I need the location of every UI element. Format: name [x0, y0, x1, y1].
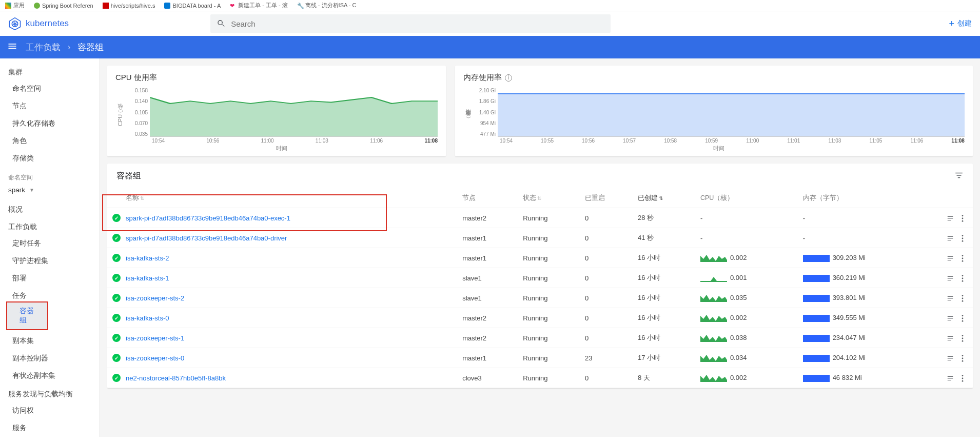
search-box[interactable]: [210, 14, 611, 33]
app-topbar: kubernetes + 创建: [0, 11, 980, 36]
sidebar-item-rc[interactable]: 副本控制器: [0, 350, 100, 367]
sidebar-item-daemonsets[interactable]: 守护进程集: [0, 252, 100, 270]
pod-link[interactable]: isa-zookeeper-sts-1: [126, 334, 184, 342]
cell-restarts: 0: [581, 248, 634, 268]
svg-point-26: [962, 320, 964, 322]
cell-node: clove3: [458, 368, 519, 388]
svg-point-30: [962, 355, 964, 356]
sidebar-group-discovery: 服务发现与负载均衡: [0, 385, 100, 402]
cell-status: Running: [519, 248, 581, 268]
browser-tab[interactable]: 应用: [13, 2, 25, 9]
status-ok-icon: [112, 214, 121, 222]
sidebar-item-replicasets[interactable]: 副本集: [0, 332, 100, 350]
namespace-select[interactable]: spark ▼: [0, 184, 100, 200]
browser-tab[interactable]: 新建工单 - 工单 - 滚: [238, 2, 288, 9]
sidebar-item-ingress[interactable]: 访问权: [0, 402, 100, 419]
svg-point-11: [962, 220, 964, 222]
browser-tab[interactable]: 离线 - 流分析ISA - C: [305, 2, 357, 9]
info-icon[interactable]: i: [505, 74, 512, 82]
table-row: spark-pi-d7adf38bd86733c9be918edb46a74ba…: [107, 208, 973, 228]
logs-icon[interactable]: [946, 374, 954, 382]
more-icon[interactable]: [962, 254, 964, 262]
sidebar-group-overview[interactable]: 概况: [0, 200, 100, 217]
breadcrumb-parent[interactable]: 工作负载: [26, 42, 61, 53]
table-row: isa-zookeeper-sts-0master1Running2317 小时…: [107, 348, 973, 368]
sidebar-item-pods[interactable]: 容器组: [7, 302, 47, 329]
filter-icon[interactable]: [954, 171, 964, 181]
sidebar-item-roles[interactable]: 角色: [0, 132, 100, 150]
mem-xticks: 10:54 10:55 10:56 10:57 10:58 10:59 11:0…: [473, 137, 965, 144]
cell-created: 41 秒: [634, 228, 696, 248]
sidebar-item-nodes[interactable]: 节点: [0, 97, 100, 115]
search-input[interactable]: [231, 19, 604, 28]
logs-icon[interactable]: [946, 354, 954, 362]
cell-cpu: -: [696, 228, 799, 248]
cell-created: 16 小时: [634, 288, 696, 308]
more-icon[interactable]: [962, 214, 964, 222]
logs-icon[interactable]: [946, 234, 954, 242]
sidebar-item-deployments[interactable]: 部署: [0, 270, 100, 287]
th-restarts[interactable]: 已重启: [581, 189, 634, 208]
menu-icon[interactable]: [7, 41, 18, 54]
cell-restarts: 0: [581, 368, 634, 388]
more-icon[interactable]: [962, 294, 964, 302]
svg-point-10: [962, 217, 964, 219]
cell-cpu: -: [696, 208, 799, 228]
svg-point-9: [962, 215, 964, 216]
svg-line-8: [12, 23, 15, 24]
cell-created: 8 天: [634, 368, 696, 388]
logs-icon[interactable]: [946, 214, 954, 222]
sidebar-item-namespaces[interactable]: 命名空间: [0, 80, 100, 97]
svg-point-25: [962, 317, 964, 319]
pod-link[interactable]: ne2-nostorceal-857hb0e5ff-8a8bk: [126, 374, 226, 382]
cell-restarts: 0: [581, 308, 634, 328]
sidebar: 集群 命名空间 节点 持久化存储卷 角色 存储类 命名空间 spark ▼ 概况…: [0, 58, 100, 437]
th-mem[interactable]: 内存（字节）: [799, 189, 932, 208]
th-cpu[interactable]: CPU（核）: [696, 189, 799, 208]
logs-icon[interactable]: [946, 274, 954, 282]
pod-link[interactable]: isa-kafka-sts-1: [126, 274, 169, 282]
cell-mem: 204.102 Mi: [799, 348, 932, 368]
sidebar-item-pv[interactable]: 持久化存储卷: [0, 115, 100, 132]
th-status[interactable]: 状态⇅: [519, 189, 581, 208]
browser-tab[interactable]: hive/scripts/hive.s: [111, 3, 155, 9]
more-icon[interactable]: [962, 234, 964, 242]
sidebar-item-storageclass[interactable]: 存储类: [0, 150, 100, 167]
more-icon[interactable]: [962, 334, 964, 342]
pod-link[interactable]: isa-zookeeper-sts-2: [126, 294, 184, 302]
browser-tabs: 应用 Spring Boot Referen hive/scripts/hive…: [0, 0, 980, 11]
mem-ylabel: 内存（字节）: [463, 88, 473, 152]
pod-link[interactable]: isa-zookeeper-sts-0: [126, 354, 184, 362]
brand-text: kubernetes: [26, 18, 69, 29]
pod-link[interactable]: spark-pi-d7adf38bd86733c9be918edb46a74ba…: [126, 214, 290, 222]
cpu-xticks: 10:54 10:56 11:00 11:03 11:06 11:08: [125, 137, 438, 144]
more-icon[interactable]: [962, 274, 964, 282]
more-icon[interactable]: [962, 314, 964, 322]
th-node[interactable]: 节点: [458, 189, 519, 208]
mem-yticks: 2.10 Gi 1.86 Gi 1.40 Gi 954 Mi 477 Mi: [473, 88, 498, 137]
logs-icon[interactable]: [946, 254, 954, 262]
th-name[interactable]: 名称⇅: [107, 189, 458, 208]
create-button[interactable]: + 创建: [949, 18, 972, 29]
chevron-right-icon: ›: [68, 43, 70, 52]
logs-icon[interactable]: [946, 294, 954, 302]
sidebar-item-cronjobs[interactable]: 定时任务: [0, 235, 100, 252]
cell-mem: 360.219 Mi: [799, 268, 932, 288]
browser-tab[interactable]: BIGDATA board - A: [172, 3, 221, 9]
sidebar-item-statefulsets[interactable]: 有状态副本集: [0, 367, 100, 385]
pod-link[interactable]: isa-kafka-sts-2: [126, 254, 169, 262]
logo[interactable]: kubernetes: [8, 17, 69, 30]
browser-tab[interactable]: Spring Boot Referen: [42, 3, 93, 9]
more-icon[interactable]: [962, 354, 964, 362]
sidebar-item-services[interactable]: 服务: [0, 419, 100, 437]
table-row: isa-zookeeper-sts-1master2Running016 小时0…: [107, 328, 973, 348]
pod-link[interactable]: spark-pi-d7adf38bd86733c9be918edb46a74ba…: [126, 234, 287, 242]
logs-icon[interactable]: [946, 314, 954, 322]
cell-cpu: 0.001: [696, 268, 799, 288]
status-ok-icon: [112, 374, 121, 382]
logs-icon[interactable]: [946, 334, 954, 342]
sidebar-group-cluster: 集群: [0, 63, 100, 80]
th-created[interactable]: 已创建⇅: [634, 189, 696, 208]
pod-link[interactable]: isa-kafka-sts-0: [126, 314, 169, 322]
more-icon[interactable]: [962, 374, 964, 382]
